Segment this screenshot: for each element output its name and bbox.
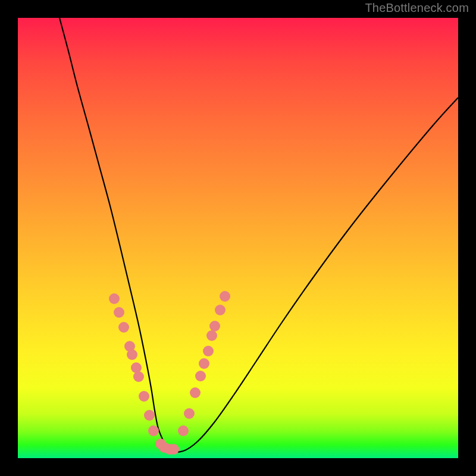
curve-marker	[127, 349, 137, 360]
plot-area	[18, 18, 458, 458]
curve-marker	[118, 322, 129, 333]
curve-marker	[139, 391, 149, 402]
curve-svg	[18, 18, 458, 458]
chart-frame: TheBottleneck.com	[0, 0, 476, 476]
markers-group	[109, 291, 230, 455]
curve-marker	[148, 425, 159, 436]
curve-marker	[168, 444, 179, 455]
bottleneck-curve	[60, 18, 458, 452]
curve-marker	[195, 371, 206, 381]
curve-marker	[109, 293, 120, 304]
curve-marker	[190, 387, 201, 398]
curve-marker	[206, 330, 217, 341]
curve-marker	[203, 346, 214, 356]
curve-marker	[178, 425, 189, 436]
curve-marker	[199, 358, 209, 369]
curve-marker	[144, 410, 155, 421]
curve-marker	[184, 408, 195, 419]
watermark-text: TheBottleneck.com	[365, 1, 469, 15]
curve-marker	[114, 307, 124, 318]
curve-marker	[220, 291, 230, 302]
curve-marker	[215, 305, 226, 315]
curve-marker	[133, 371, 144, 382]
curve-marker	[209, 321, 220, 331]
